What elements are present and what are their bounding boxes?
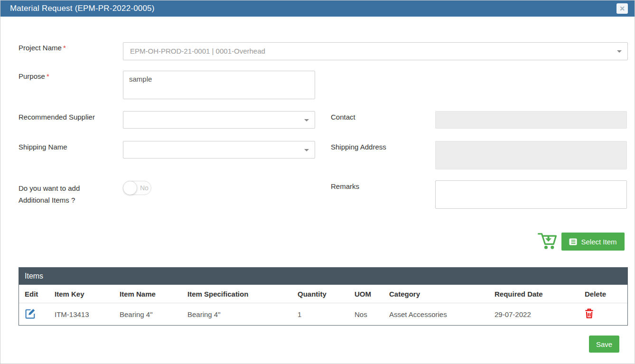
cell-item-specification: Bearing 4" xyxy=(182,303,292,326)
col-item-name: Item Name xyxy=(114,285,182,303)
shipping-address-label: Shipping Address xyxy=(331,143,386,151)
recommended-supplier-label: Recommended Supplier xyxy=(19,113,95,121)
project-name-select[interactable]: EPM-OH-PROD-21-0001 | 0001-Overhead xyxy=(123,42,628,60)
modal-title: Material Request (EPM-PR-2022-0005) xyxy=(10,0,155,17)
col-required-date: Required Date xyxy=(489,285,579,303)
list-icon xyxy=(569,238,577,245)
cell-item-name: Bearing 4" xyxy=(114,303,182,326)
required-asterisk: * xyxy=(63,44,66,52)
project-name-label: Project Name* xyxy=(19,44,66,52)
contact-label: Contact xyxy=(331,113,355,121)
remarks-label: Remarks xyxy=(331,182,359,190)
additional-items-toggle[interactable]: No xyxy=(123,181,151,195)
cell-category: Asset Accessories xyxy=(383,303,489,326)
cell-item-key: ITM-13413 xyxy=(49,303,114,326)
col-item-key: Item Key xyxy=(49,285,114,303)
cell-uom: Nos xyxy=(349,303,383,326)
material-request-modal: Material Request (EPM-PR-2022-0005) ✕ Pr… xyxy=(0,0,635,364)
items-table: Edit Item Key Item Name Item Specificati… xyxy=(19,285,627,325)
modal-titlebar: Material Request (EPM-PR-2022-0005) ✕ xyxy=(0,0,635,17)
save-button[interactable]: Save xyxy=(589,336,619,353)
col-delete: Delete xyxy=(579,285,627,303)
table-row: ITM-13413 Bearing 4" Bearing 4" 1 Nos As… xyxy=(19,303,627,326)
edit-icon[interactable] xyxy=(25,308,37,319)
cart-arrow-down-icon[interactable] xyxy=(537,232,557,251)
items-panel-title: Items xyxy=(19,268,627,285)
items-panel: Items Edit Item Key Item Name Item Speci… xyxy=(19,267,628,326)
additional-items-label: Do you want to add Additional Items ? xyxy=(19,182,113,206)
shipping-name-select[interactable] xyxy=(123,141,315,159)
trash-icon[interactable] xyxy=(585,308,594,319)
caret-down-icon xyxy=(617,50,622,53)
purpose-label: Purpose* xyxy=(19,72,49,80)
toggle-state-label: No xyxy=(140,181,149,195)
select-item-label: Select Item xyxy=(581,238,616,246)
contact-input xyxy=(435,111,627,129)
col-category: Category xyxy=(383,285,489,303)
select-item-button[interactable]: Select Item xyxy=(561,233,625,251)
col-edit: Edit xyxy=(19,285,49,303)
purpose-textarea[interactable]: sample xyxy=(123,71,315,99)
col-item-specification: Item Specification xyxy=(182,285,292,303)
shipping-name-label: Shipping Name xyxy=(19,143,67,151)
caret-down-icon xyxy=(304,149,309,151)
col-uom: UOM xyxy=(349,285,383,303)
project-name-value: EPM-OH-PROD-21-0001 | 0001-Overhead xyxy=(123,43,627,59)
caret-down-icon xyxy=(304,119,309,121)
recommended-supplier-select[interactable] xyxy=(123,111,315,129)
table-header-row: Edit Item Key Item Name Item Specificati… xyxy=(19,285,627,303)
save-label: Save xyxy=(596,340,612,348)
col-quantity: Quantity xyxy=(292,285,349,303)
cell-required-date: 29-07-2022 xyxy=(489,303,579,326)
remarks-textarea[interactable] xyxy=(435,180,627,209)
cell-quantity: 1 xyxy=(292,303,349,326)
toggle-knob xyxy=(123,181,137,195)
required-asterisk: * xyxy=(47,72,49,80)
shipping-address-textarea xyxy=(435,141,627,169)
close-icon[interactable]: ✕ xyxy=(616,3,628,14)
